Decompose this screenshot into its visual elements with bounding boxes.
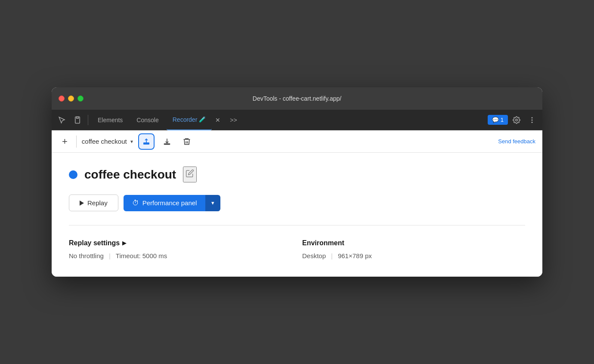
svg-point-3 [532, 117, 533, 118]
recording-name: coffee checkout [82, 138, 127, 145]
plus-icon: + [62, 136, 68, 147]
more-tabs-icon: >> [230, 117, 237, 123]
svg-point-4 [532, 119, 533, 120]
tab-recorder-close[interactable]: ✕ [213, 115, 222, 125]
replay-settings-label: Replay settings [69, 239, 120, 247]
flask-icon: 🧪 [199, 116, 206, 123]
maximize-button[interactable] [77, 96, 84, 102]
resolution-value: 961×789 px [338, 252, 372, 259]
tab-recorder-label: Recorder [173, 116, 198, 123]
environment-section: Environment Desktop | 961×789 px [302, 239, 525, 259]
svg-rect-1 [77, 117, 79, 118]
action-row: Replay ⏱ Performance panel ▾ [69, 194, 525, 211]
settings-arrow-icon: ▶ [122, 240, 126, 246]
minimize-button[interactable] [68, 96, 74, 102]
desktop-value: Desktop [302, 252, 326, 259]
rec-divider [76, 136, 77, 148]
delete-recording-button[interactable] [179, 134, 194, 149]
close-button[interactable] [59, 96, 65, 102]
titlebar: DevTools - coffee-cart.netlify.app/ [52, 87, 542, 110]
tab-recorder[interactable]: Recorder 🧪 [167, 110, 212, 130]
settings-button[interactable] [510, 113, 523, 127]
export-recording-button[interactable] [138, 133, 155, 150]
add-recording-button[interactable]: + [59, 135, 71, 148]
settings-values: No throttling | Timeout: 5000 ms [69, 252, 292, 259]
performance-dropdown-button[interactable]: ▾ [205, 195, 220, 211]
recording-header: coffee checkout [69, 167, 525, 182]
replay-settings-heading[interactable]: Replay settings ▶ [69, 239, 292, 247]
performance-icon: ⏱ [132, 199, 139, 207]
dropdown-chevron-icon: ▾ [211, 200, 214, 206]
throttling-value: No throttling [69, 252, 104, 259]
svg-point-5 [532, 121, 533, 123]
inspect-element-button[interactable] [55, 113, 69, 127]
svg-rect-0 [75, 117, 80, 123]
svg-point-2 [516, 119, 518, 121]
chevron-down-icon: ▾ [130, 139, 133, 145]
toolbar-divider-1 [88, 115, 88, 125]
comment-icon: 💬 [492, 117, 499, 123]
play-icon [80, 201, 84, 206]
traffic-lights [59, 96, 84, 102]
edit-title-button[interactable] [183, 167, 197, 182]
performance-panel-label: Performance panel [142, 199, 197, 207]
environment-values: Desktop | 961×789 px [302, 252, 525, 259]
send-feedback-link[interactable]: Send feedback [498, 138, 535, 145]
recording-title: coffee checkout [84, 168, 176, 182]
timeout-value: Timeout: 5000 ms [116, 252, 167, 259]
recorder-toolbar: + coffee checkout ▾ [52, 130, 542, 153]
tab-elements[interactable]: Elements [92, 110, 129, 130]
recording-selector[interactable]: coffee checkout ▾ [82, 138, 133, 145]
main-content: coffee checkout Replay ⏱ Performance pan… [52, 153, 542, 277]
tab-console-label: Console [136, 117, 158, 123]
replay-button[interactable]: Replay [69, 194, 118, 211]
settings-separator: | [109, 252, 111, 259]
env-separator: | [331, 252, 333, 259]
badge-count: 1 [501, 117, 504, 123]
feedback-badge-button[interactable]: 💬 1 [488, 115, 508, 125]
titlebar-title: DevTools - coffee-cart.netlify.app/ [253, 95, 341, 102]
settings-divider [69, 225, 525, 225]
devtools-toolbar: Elements Console Recorder 🧪 ✕ >> 💬 1 [52, 110, 542, 130]
device-toolbar-button[interactable] [71, 113, 84, 127]
more-tabs-button[interactable]: >> [224, 110, 243, 130]
import-recording-button[interactable] [160, 134, 174, 149]
tab-elements-label: Elements [98, 117, 123, 123]
tab-console[interactable]: Console [130, 110, 164, 130]
svg-rect-7 [164, 144, 170, 145]
toolbar-right: 💬 1 [488, 113, 539, 127]
settings-grid: Replay settings ▶ No throttling | Timeou… [69, 239, 525, 259]
environment-heading: Environment [302, 239, 525, 247]
performance-panel-button[interactable]: ⏱ Performance panel [124, 195, 206, 211]
more-options-button[interactable] [525, 113, 539, 127]
recording-status-dot [69, 170, 77, 179]
replay-settings-section: Replay settings ▶ No throttling | Timeou… [69, 239, 292, 259]
performance-panel-group: ⏱ Performance panel ▾ [124, 195, 221, 211]
environment-label: Environment [302, 239, 344, 247]
devtools-window: DevTools - coffee-cart.netlify.app/ Elem… [52, 87, 542, 277]
replay-label: Replay [87, 199, 108, 207]
